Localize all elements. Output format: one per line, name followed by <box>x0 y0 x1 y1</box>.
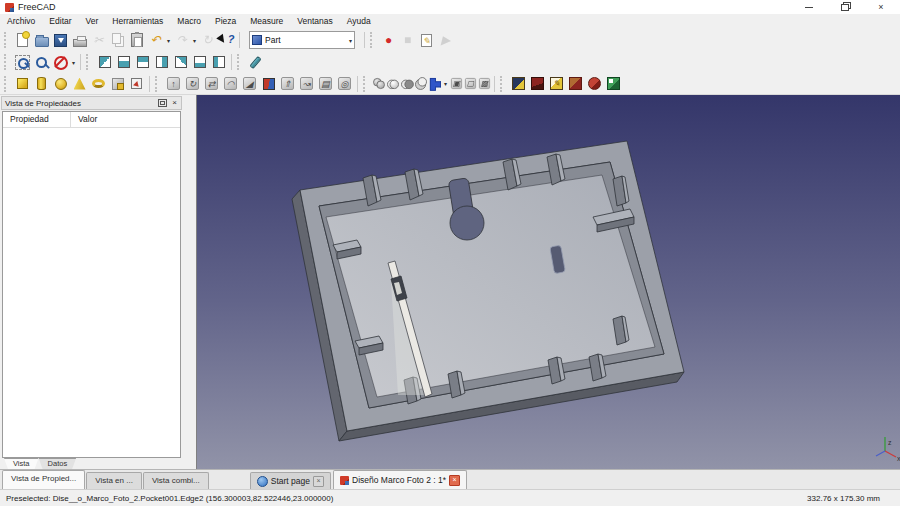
file-save-button[interactable] <box>51 31 70 50</box>
edit-redo-dropdown-icon[interactable]: ▾ <box>191 37 198 44</box>
file-new-button[interactable] <box>13 31 32 50</box>
part-join-connect-button[interactable]: ▣ <box>449 74 463 93</box>
part-compound-icon <box>373 78 385 89</box>
measure-clear-all-button[interactable] <box>566 74 585 93</box>
part-offset-button[interactable]: ⇑ <box>278 74 297 93</box>
edit-undo-button[interactable]: ↶ <box>146 31 165 50</box>
part-join-cutout-button[interactable]: ▩ <box>477 74 491 93</box>
measure-toggle-all-button[interactable] <box>585 74 604 93</box>
menu-item-herramientas[interactable]: Herramientas <box>105 14 170 29</box>
dock-tab-vista-combi[interactable]: Vista combi... <box>143 472 209 489</box>
part-extrude-button[interactable]: ↑ <box>164 74 183 93</box>
part-join-embed-button[interactable]: ▢ <box>463 74 477 93</box>
view-axonometric-icon <box>99 56 111 68</box>
help-whats-this-button[interactable] <box>217 31 236 50</box>
view-rear-button[interactable] <box>171 53 190 72</box>
part-mirror-button[interactable]: ⇄ <box>202 74 221 93</box>
file-print-button[interactable] <box>70 31 89 50</box>
toolbar-grip[interactable] <box>4 76 9 92</box>
part-revolve-button[interactable]: ↻ <box>183 74 202 93</box>
3d-viewport[interactable]: z x <box>196 95 900 469</box>
menu-item-ayuda[interactable]: Ayuda <box>340 14 378 29</box>
part-box-button[interactable] <box>13 74 32 93</box>
measure-refresh-button[interactable] <box>547 74 566 93</box>
part-cone-button[interactable] <box>70 74 89 93</box>
measure-toggle-delta-button[interactable] <box>604 74 623 93</box>
tab-vista[interactable]: Vista <box>4 458 39 469</box>
part-cylinder-button[interactable] <box>32 74 51 93</box>
tab-close-icon[interactable]: × <box>313 476 324 487</box>
measure-linear-button[interactable] <box>509 74 528 93</box>
view-top-button[interactable] <box>133 53 152 72</box>
menu-item-pieza[interactable]: Pieza <box>208 14 243 29</box>
part-fuse-button[interactable] <box>386 74 400 93</box>
toolbar-separator <box>494 76 495 92</box>
part-boolean-button[interactable] <box>428 74 442 93</box>
part-boolean-dropdown-icon[interactable]: ▾ <box>442 80 449 87</box>
close-panel-icon[interactable]: × <box>172 99 177 107</box>
toolbar-file: ✂↶▾↷▾↻ Part ▾ ●■▶ <box>0 29 900 51</box>
view-bottom-button[interactable] <box>190 53 209 72</box>
view-draw-style-dropdown-icon[interactable]: ▾ <box>70 59 77 66</box>
toolbar-grip[interactable] <box>237 54 242 70</box>
menu-item-macro[interactable]: Macro <box>170 14 208 29</box>
column-header-valor[interactable]: Valor <box>71 112 180 127</box>
column-header-propiedad[interactable]: Propiedad <box>3 112 71 127</box>
part-thickness-button[interactable]: ◎ <box>335 74 354 93</box>
menu-item-ver[interactable]: Ver <box>79 14 106 29</box>
view-front-button[interactable] <box>114 53 133 72</box>
toolbar-grip[interactable] <box>4 54 9 70</box>
part-compound-button[interactable] <box>372 74 386 93</box>
workbench-selector[interactable]: Part ▾ <box>249 31 355 49</box>
tab-close-icon[interactable]: × <box>449 475 460 486</box>
tab-datos[interactable]: Datos <box>39 458 77 469</box>
part-loft-button[interactable]: ▤ <box>316 74 335 93</box>
part-shape-builder-button[interactable] <box>127 74 146 93</box>
document-tab-disen-o-marco-foto-2-1[interactable]: Diseño Marco Foto 2 : 1*× <box>333 470 467 489</box>
minimize-icon[interactable] <box>802 2 816 12</box>
document-tab-start-page[interactable]: Start page× <box>250 472 331 489</box>
file-open-button[interactable] <box>32 31 51 50</box>
close-icon[interactable]: × <box>874 2 888 12</box>
macro-edit-button[interactable] <box>417 31 436 50</box>
part-ruled-surface-button[interactable] <box>259 74 278 93</box>
toolbar-grip[interactable] <box>500 76 505 92</box>
part-sphere-button[interactable] <box>51 74 70 93</box>
help-whats-this-icon <box>219 33 235 48</box>
view-right-button[interactable] <box>152 53 171 72</box>
restore-icon[interactable] <box>838 2 852 12</box>
view-axonometric-button[interactable] <box>95 53 114 72</box>
part-torus-button[interactable] <box>89 74 108 93</box>
part-sweep-button[interactable]: ↝ <box>297 74 316 93</box>
dock-tab-vista-de-propied[interactable]: Vista de Propied... <box>2 470 85 489</box>
part-primitives-icon <box>112 78 124 90</box>
menu-item-editar[interactable]: Editar <box>42 14 78 29</box>
menu-item-archivo[interactable]: Archivo <box>0 14 42 29</box>
float-panel-icon[interactable] <box>158 99 167 107</box>
menu-item-ventanas[interactable]: Ventanas <box>290 14 339 29</box>
measure-angular-button[interactable] <box>528 74 547 93</box>
toolbar-grip[interactable] <box>363 76 368 92</box>
part-chamfer-button[interactable]: ◢ <box>240 74 259 93</box>
macro-record-button[interactable]: ● <box>379 31 398 50</box>
chevron-down-icon: ▾ <box>349 37 352 44</box>
edit-undo-dropdown-icon[interactable]: ▾ <box>165 37 172 44</box>
toolbar-grip[interactable] <box>86 54 91 70</box>
view-draw-style-button[interactable] <box>51 53 70 72</box>
view-fit-selection-button[interactable] <box>32 53 51 72</box>
toolbar-grip[interactable] <box>370 32 375 48</box>
part-primitives-button[interactable] <box>108 74 127 93</box>
toolbar-grip[interactable] <box>155 76 160 92</box>
toolbar-grip[interactable] <box>4 32 9 48</box>
part-cut-button[interactable] <box>414 74 428 93</box>
menu-item-measure[interactable]: Measure <box>243 14 290 29</box>
view-left-button[interactable] <box>209 53 228 72</box>
part-fillet-button[interactable]: ◠ <box>221 74 240 93</box>
edit-paste-button[interactable] <box>127 31 146 50</box>
part-common-button[interactable] <box>400 74 414 93</box>
3d-view-canvas[interactable]: z x <box>197 95 900 469</box>
dock-tab-vista-en[interactable]: Vista en ... <box>86 472 142 489</box>
view-fit-all-button[interactable] <box>13 53 32 72</box>
measure-distance-button[interactable] <box>246 53 265 72</box>
edit-undo-icon: ↶ <box>150 33 160 47</box>
